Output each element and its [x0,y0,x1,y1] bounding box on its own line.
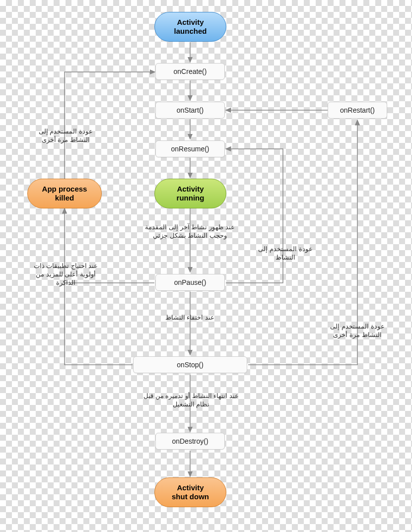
onstop-box: onStop() [133,356,247,373]
oncreate-box: onCreate() [155,63,225,80]
activity-shutdown: Activity shut down [154,477,226,507]
label-return-right: عودة المستخدم إلى النشاط [253,245,318,262]
app-process-killed: App process killed [27,179,102,208]
onpause-box: onPause() [155,274,225,291]
label-higher-priority: عند احتياج تطبيقات ذات أولوية أعلى للمزي… [22,262,109,287]
activity-running: Activity running [154,179,226,208]
onresume-box: onResume() [155,140,225,157]
label-another-activity: عند ظهور نشاط آخر إلى المقدمة وحجب النشا… [134,223,246,240]
diagram-canvas: Activity launched onCreate() onStart() o… [0,0,412,532]
ondestroy-box: onDestroy() [155,433,225,450]
label-return-again-left: عودة المستخدم إلى النشاط مرة أخرى [27,128,104,144]
label-finishing: عند انتهاء النشاط أو تدميره من قبل نظام … [129,392,253,409]
label-no-longer-visible: عند اختفاء النشاط [149,314,231,322]
onstart-box: onStart() [155,102,225,119]
activity-launched: Activity launched [154,12,226,42]
onrestart-box: onRestart() [328,102,387,119]
label-return-again-right: عودة المستخدم إلى النشاط مرة أخرى [323,323,392,339]
